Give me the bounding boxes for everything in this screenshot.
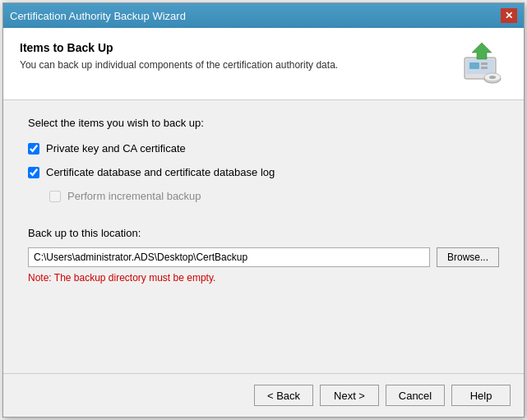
note-text: Note: The backup directory must be empty…	[28, 272, 499, 284]
cancel-button[interactable]: Cancel	[386, 385, 445, 406]
header-subtitle: You can back up individual components of…	[20, 59, 414, 71]
next-button[interactable]: Next >	[320, 385, 379, 406]
private-key-row: Private key and CA certificate	[28, 142, 499, 155]
close-button[interactable]: ✕	[501, 8, 517, 23]
title-bar: Certification Authority Backup Wizard ✕	[3, 3, 524, 28]
cert-db-checkbox[interactable]	[28, 167, 39, 178]
incremental-checkbox	[49, 191, 61, 202]
wizard-content: Items to Back Up You can back up individ…	[3, 28, 524, 417]
location-input[interactable]	[28, 247, 430, 267]
body-section: Select the items you wish to back up: Pr…	[3, 100, 524, 373]
cert-db-row: Certificate database and certificate dat…	[28, 166, 499, 178]
private-key-checkbox[interactable]	[28, 143, 39, 155]
cert-db-label: Certificate database and certificate dat…	[46, 166, 275, 178]
help-button[interactable]: Help	[451, 385, 511, 406]
browse-button[interactable]: Browse...	[437, 247, 499, 267]
back-button[interactable]: < Back	[254, 385, 313, 406]
svg-rect-2	[469, 62, 479, 69]
select-label: Select the items you wish to back up:	[28, 117, 499, 129]
location-input-row: Browse...	[28, 247, 499, 267]
incremental-label: Perform incremental backup	[67, 190, 201, 202]
window-title: Certification Authority Backup Wizard	[10, 10, 186, 22]
header-text: Items to Back Up You can back up individ…	[20, 41, 450, 71]
svg-rect-4	[481, 67, 488, 69]
location-section: Back up to this location: Browse... Note…	[28, 227, 499, 284]
footer-section: < Back Next > Cancel Help	[3, 374, 524, 417]
svg-marker-5	[472, 43, 492, 59]
header-section: Items to Back Up You can back up individ…	[3, 28, 524, 100]
svg-rect-3	[481, 62, 488, 65]
header-title: Items to Back Up	[20, 41, 450, 54]
wizard-window: Certification Authority Backup Wizard ✕ …	[2, 2, 525, 418]
private-key-label: Private key and CA certificate	[46, 142, 186, 155]
incremental-row: Perform incremental backup	[49, 190, 499, 202]
location-label: Back up to this location:	[28, 227, 499, 239]
backup-icon	[458, 41, 507, 86]
svg-point-8	[489, 76, 496, 79]
